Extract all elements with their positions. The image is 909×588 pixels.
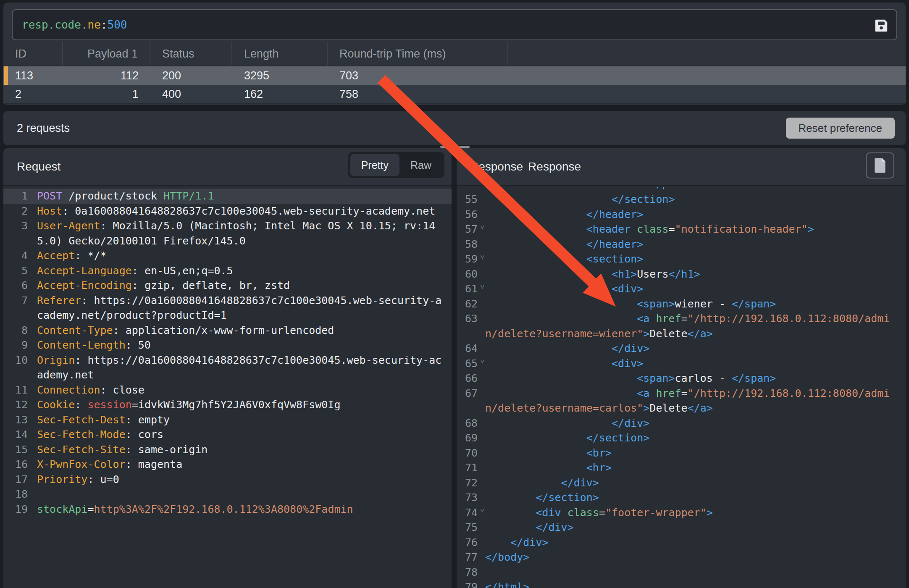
request-count-label: 2 requests xyxy=(17,111,70,145)
collapse-chevron-icon[interactable]: ˅ xyxy=(480,358,484,365)
code-token: Sec-Fetch-Dest xyxy=(37,414,126,426)
code-line: 13Sec-Fetch-Dest: empty xyxy=(3,412,452,428)
code-line: 8Content-Type: application/x-www-form-ur… xyxy=(3,323,452,338)
cell-rtt: 703 xyxy=(328,66,508,85)
result-row-113[interactable]: 1131122003295703 xyxy=(3,66,906,85)
code-token: Accept xyxy=(37,249,75,262)
column-header-payload-1[interactable]: Payload 1 xyxy=(63,42,150,66)
code-line: n/delete?username=wiener">Delete</a> xyxy=(457,326,906,341)
code-token: 500 xyxy=(108,18,127,31)
collapse-chevron-icon[interactable]: ˅ xyxy=(480,284,484,291)
column-header-status[interactable]: Status xyxy=(150,42,232,66)
code-line: 14Sec-Fetch-Mode: cors xyxy=(3,427,452,442)
reset-preference-button[interactable]: Reset preference xyxy=(786,118,895,139)
cell-status: 200 xyxy=(150,66,232,85)
code-token: </div> xyxy=(485,477,599,489)
line-number: 73 xyxy=(457,490,483,505)
code-token: "notification-header" xyxy=(675,223,808,235)
code-token: </header> xyxy=(485,238,643,250)
request-editor[interactable]: 1POST /product/stock HTTP/1.12Host: 0a16… xyxy=(3,186,452,588)
code-token: ademy.net xyxy=(37,369,94,381)
code-line: 63 <a href="/http://192.168.0.112:8080/a… xyxy=(457,311,906,326)
line-number: 70 xyxy=(457,446,483,461)
collapse-chevron-icon[interactable]: ˅ xyxy=(480,507,484,514)
code-token: </section> xyxy=(485,193,675,205)
code-line: 74˅ <div class="footer-wrapper"> xyxy=(457,505,906,520)
line-number: 60 xyxy=(457,267,483,282)
cell-rtt: 758 xyxy=(328,85,508,103)
line-number: 56 xyxy=(457,207,483,222)
response-title-label: Response xyxy=(528,160,581,173)
code-token: Accept-Language xyxy=(37,265,132,277)
code-line: 61˅ <div> xyxy=(457,281,906,297)
filter-query: resp.code.ne:500 xyxy=(22,18,127,31)
code-token: <a xyxy=(485,387,649,399)
code-token: resp.code. xyxy=(22,18,88,31)
line-number: 61˅ xyxy=(457,281,483,297)
code-token: : u=0 xyxy=(87,473,119,486)
code-token: carlos - xyxy=(675,372,732,384)
code-token: : same-origin xyxy=(126,444,208,456)
response-panel: ResponseResponse </p>55 </section>56 </h… xyxy=(457,148,906,588)
collapse-chevron-icon[interactable]: ˅ xyxy=(480,254,484,261)
tab-raw[interactable]: Raw xyxy=(399,154,442,176)
line-number: 13 xyxy=(3,412,35,428)
code-token: </div> xyxy=(485,521,574,533)
line-number xyxy=(3,368,35,383)
code-token: : en-US,en;q=0.5 xyxy=(132,265,233,277)
code-token: session xyxy=(87,399,131,411)
code-token: </div> xyxy=(485,536,549,549)
code-line: 70 <br> xyxy=(457,446,906,461)
code-token: : magenta xyxy=(126,458,182,470)
code-token: ne xyxy=(88,18,101,31)
code-token: Content-Type xyxy=(37,324,113,336)
response-panel-header: ResponseResponse xyxy=(457,148,906,186)
code-line: 11Connection: close xyxy=(3,383,452,398)
tab-pretty[interactable]: Pretty xyxy=(350,154,399,176)
code-token: Sec-Fetch-Site xyxy=(37,444,126,456)
cell-length: 3295 xyxy=(232,66,328,85)
code-token: : gzip, deflate, br, zstd xyxy=(132,279,290,291)
code-line: 15Sec-Fetch-Site: same-origin xyxy=(3,442,452,457)
line-number: 16 xyxy=(3,457,35,472)
result-row-2[interactable]: 21400162758 xyxy=(3,85,906,104)
code-token: stockApi xyxy=(37,503,87,515)
code-token xyxy=(649,387,656,399)
panel-splitter-handle[interactable] xyxy=(440,146,470,148)
save-filter-button[interactable] xyxy=(872,16,891,35)
line-number: 19 xyxy=(3,502,35,517)
line-number: 14 xyxy=(3,427,35,442)
code-line: 65˅ <div> xyxy=(457,356,906,371)
column-header-round-trip-time-ms-[interactable]: Round-trip Time (ms) xyxy=(328,42,508,66)
results-table-header: IDPayload 1StatusLengthRound-trip Time (… xyxy=(3,42,906,66)
line-number: 64 xyxy=(457,341,483,356)
code-token: : xyxy=(75,399,87,411)
code-token: </div> xyxy=(485,417,649,429)
line-number: 75 xyxy=(457,520,483,535)
filter-input[interactable]: resp.code.ne:500 xyxy=(12,9,897,40)
code-line: 68 </div> xyxy=(457,416,906,431)
code-token: <hr> xyxy=(485,462,612,474)
column-header-length[interactable]: Length xyxy=(232,42,328,66)
code-token: <div xyxy=(485,507,561,519)
line-number: 6 xyxy=(3,278,35,293)
open-in-editor-button[interactable] xyxy=(866,152,894,178)
line-number: 62 xyxy=(457,297,483,312)
code-line: 79</html> xyxy=(457,580,906,588)
code-line: 10Origin: https://0a160088041648828637c7… xyxy=(3,353,452,368)
column-header-id[interactable]: ID xyxy=(3,42,63,66)
code-token: </a> xyxy=(688,328,713,340)
collapse-chevron-icon[interactable]: ˅ xyxy=(480,224,484,231)
code-token: http%3A%2F%2F192.168.0.112%3A8080%2Fadmi… xyxy=(94,503,353,515)
results-table-body: 113112200329570321400162758 xyxy=(3,66,906,104)
response-viewer[interactable]: </p>55 </section>56 </header>57˅ <header… xyxy=(457,186,906,588)
code-token: </section> xyxy=(485,491,599,504)
code-token: : Mozilla/5.0 (Macintosh; Intel Mac OS X… xyxy=(100,220,436,232)
code-line: 19stockApi=http%3A%2F%2F192.168.0.112%3A… xyxy=(3,502,452,517)
code-line: 71 <hr> xyxy=(457,460,906,475)
code-token: HTTP/1.1 xyxy=(163,190,214,202)
line-number: 11 xyxy=(3,383,35,398)
code-line: 3User-Agent: Mozilla/5.0 (Macintosh; Int… xyxy=(3,218,452,234)
code-token: Referer xyxy=(37,294,81,307)
code-token: </header> xyxy=(485,208,643,220)
